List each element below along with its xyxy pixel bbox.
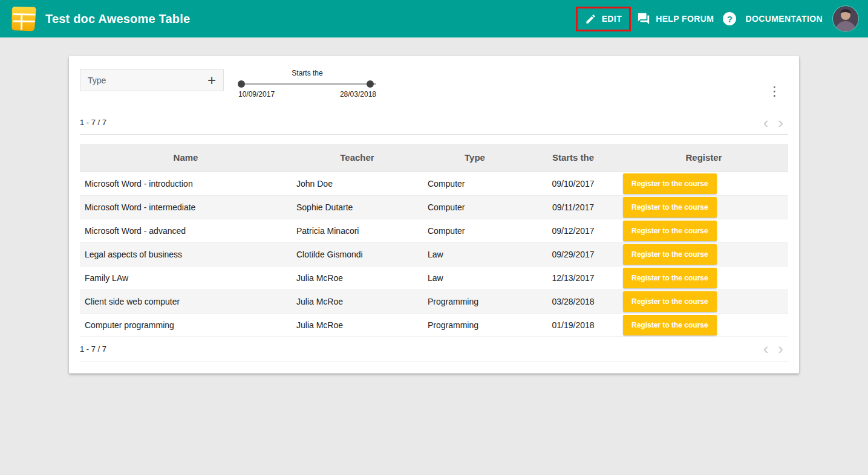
teacher-cell: Clotilde Gismondi bbox=[292, 242, 423, 266]
course-name-cell: Microsoft Word - introduction bbox=[80, 172, 292, 195]
pencil-icon bbox=[585, 13, 596, 25]
slider-start-date: 10/09/2017 bbox=[238, 90, 275, 99]
type-cell: Computer bbox=[423, 172, 527, 195]
register-cell: Register to the course bbox=[619, 289, 788, 313]
prev-page-icon[interactable]: ‹ bbox=[759, 115, 774, 131]
slider-track[interactable] bbox=[238, 80, 376, 88]
page-body: Type + Starts the 10/09/2017 28/03/2018 … bbox=[0, 37, 868, 373]
slider-line bbox=[238, 83, 376, 85]
column-header-teacher: Teacher bbox=[292, 144, 423, 172]
filters-row: Type + Starts the 10/09/2017 28/03/2018 … bbox=[80, 56, 788, 111]
register-cell: Register to the course bbox=[619, 313, 788, 337]
table-row: Legal aspects of business Clotilde Gismo… bbox=[80, 242, 788, 266]
help-icon[interactable]: ? bbox=[723, 12, 736, 25]
slider-handle-end[interactable] bbox=[367, 80, 374, 88]
documentation-label: DOCUMENTATION bbox=[745, 14, 823, 24]
teacher-cell: Julia McRoe bbox=[292, 289, 423, 313]
start-date-cell: 09/12/2017 bbox=[527, 219, 619, 242]
type-cell: Programming bbox=[423, 313, 527, 337]
teacher-cell: Patricia Minacori bbox=[292, 219, 423, 242]
register-button[interactable]: Register to the course bbox=[623, 173, 717, 194]
course-name-cell: Microsoft Word - advanced bbox=[80, 219, 292, 242]
next-page-icon[interactable]: › bbox=[773, 341, 788, 357]
plus-icon: + bbox=[207, 73, 216, 88]
table-row: Microsoft Word - intermediate Sophie Dut… bbox=[80, 195, 788, 219]
page-title: Test doc Awesome Table bbox=[45, 12, 190, 26]
edit-annotation-box: EDIT bbox=[576, 7, 631, 31]
register-button[interactable]: Register to the course bbox=[623, 197, 717, 218]
date-range-slider: Starts the 10/09/2017 28/03/2018 bbox=[238, 69, 376, 99]
start-date-cell: 09/29/2017 bbox=[527, 242, 619, 266]
register-button[interactable]: Register to the course bbox=[623, 244, 717, 265]
type-cell: Programming bbox=[423, 289, 527, 313]
register-cell: Register to the course bbox=[619, 266, 788, 289]
column-header-type: Type bbox=[423, 144, 527, 172]
slider-handle-start[interactable] bbox=[238, 80, 245, 88]
topbar-actions: EDIT HELP FORUM ? DOCUMENTATION bbox=[576, 6, 858, 31]
course-name-cell: Microsoft Word - intermediate bbox=[80, 195, 292, 219]
table-row: Family LAw Julia McRoe Law 12/13/2017 Re… bbox=[80, 266, 788, 289]
table-row: Client side web computer Julia McRoe Pro… bbox=[80, 289, 788, 313]
table-row: Microsoft Word - advanced Patricia Minac… bbox=[80, 219, 788, 242]
app-header: Test doc Awesome Table EDIT HELP FORUM ?… bbox=[0, 0, 868, 37]
register-button[interactable]: Register to the course bbox=[623, 315, 717, 335]
edit-button[interactable]: EDIT bbox=[585, 13, 622, 25]
register-button[interactable]: Register to the course bbox=[623, 221, 717, 241]
register-button[interactable]: Register to the course bbox=[623, 268, 717, 288]
slider-dates: 10/09/2017 28/03/2018 bbox=[238, 90, 376, 99]
start-date-cell: 09/11/2017 bbox=[527, 195, 619, 219]
register-cell: Register to the course bbox=[619, 219, 788, 242]
awesome-table-card: Type + Starts the 10/09/2017 28/03/2018 … bbox=[69, 56, 799, 373]
column-header-name: Name bbox=[80, 144, 292, 172]
start-date-cell: 01/19/2018 bbox=[527, 313, 619, 337]
register-cell: Register to the course bbox=[619, 172, 788, 195]
documentation-button[interactable]: DOCUMENTATION bbox=[745, 14, 823, 24]
start-date-cell: 09/10/2017 bbox=[527, 172, 619, 195]
column-header-starts: Starts the bbox=[527, 144, 619, 172]
slider-end-date: 28/03/2018 bbox=[340, 90, 376, 99]
course-name-cell: Family LAw bbox=[80, 266, 292, 289]
column-header-register: Register bbox=[619, 144, 788, 172]
awesome-table-logo-icon bbox=[10, 5, 38, 33]
help-forum-button[interactable]: HELP FORUM bbox=[637, 12, 714, 25]
course-name-cell: Legal aspects of business bbox=[80, 242, 292, 266]
pagination-range: 1 - 7 / 7 bbox=[80, 118, 106, 127]
avatar-image bbox=[833, 6, 858, 31]
teacher-cell: Julia McRoe bbox=[292, 266, 423, 289]
forum-chat-icon bbox=[637, 12, 650, 25]
table-row: Computer programming Julia McRoe Program… bbox=[80, 313, 788, 337]
course-name-cell: Computer programming bbox=[80, 313, 292, 337]
course-name-cell: Client side web computer bbox=[80, 289, 292, 313]
teacher-cell: Julia McRoe bbox=[292, 313, 423, 337]
type-cell: Law bbox=[423, 266, 527, 289]
table-row: Microsoft Word - introduction John Doe C… bbox=[80, 172, 788, 195]
start-date-cell: 12/13/2017 bbox=[527, 266, 619, 289]
pagination-range: 1 - 7 / 7 bbox=[80, 344, 106, 354]
pagination-top: 1 - 7 / 7 ‹ › bbox=[80, 111, 788, 135]
register-button[interactable]: Register to the course bbox=[623, 291, 717, 312]
start-date-cell: 03/28/2018 bbox=[527, 289, 619, 313]
help-forum-label: HELP FORUM bbox=[656, 14, 714, 24]
teacher-cell: Sophie Dutarte bbox=[292, 195, 423, 219]
pager-controls: ‹ › bbox=[759, 115, 788, 131]
next-page-icon[interactable]: › bbox=[773, 115, 788, 131]
courses-table: Name Teacher Type Starts the Register Mi… bbox=[80, 144, 788, 337]
table-header-row: Name Teacher Type Starts the Register bbox=[80, 144, 788, 172]
type-filter-label: Type bbox=[88, 76, 106, 85]
type-cell: Computer bbox=[423, 219, 527, 242]
register-cell: Register to the course bbox=[619, 242, 788, 266]
type-filter-dropdown[interactable]: Type + bbox=[80, 69, 224, 91]
teacher-cell: John Doe bbox=[292, 172, 423, 195]
edit-label: EDIT bbox=[602, 14, 622, 24]
slider-label: Starts the bbox=[238, 69, 376, 77]
register-cell: Register to the course bbox=[619, 195, 788, 219]
more-options-icon[interactable]: ⋮ bbox=[765, 83, 785, 99]
pager-controls: ‹ › bbox=[759, 341, 788, 357]
type-cell: Law bbox=[423, 242, 527, 266]
type-cell: Computer bbox=[423, 195, 527, 219]
prev-page-icon[interactable]: ‹ bbox=[759, 341, 774, 357]
pagination-bottom: 1 - 7 / 7 ‹ › bbox=[80, 337, 788, 361]
avatar[interactable] bbox=[833, 6, 858, 31]
awesome-table-logo bbox=[10, 5, 38, 33]
